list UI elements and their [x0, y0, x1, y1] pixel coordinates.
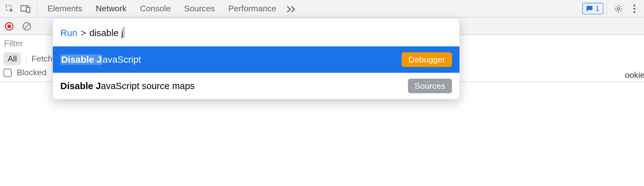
- devtools-tabstrip: Elements Network Console Sources Perform…: [0, 0, 644, 18]
- text-caret: [124, 27, 124, 38]
- inspect-element-icon[interactable]: [2, 0, 18, 17]
- command-palette: Run > disable j Disable JavaScript Debug…: [53, 19, 459, 99]
- svg-point-6: [633, 11, 635, 13]
- divider: [37, 3, 37, 14]
- category-pill: Sources: [408, 79, 452, 93]
- svg-point-3: [617, 7, 620, 10]
- command-result[interactable]: Disable JavaScript source maps Sources: [53, 73, 459, 99]
- issues-count: 1: [595, 4, 599, 13]
- svg-rect-2: [26, 7, 30, 12]
- command-input[interactable]: disable j: [89, 27, 124, 38]
- blocked-label: Blocked: [17, 68, 47, 77]
- result-title: Disable JavaScript source maps: [60, 81, 195, 92]
- command-prompt[interactable]: Run > disable j: [53, 19, 459, 46]
- record-stop-icon[interactable]: [3, 19, 16, 33]
- result-title: Disable JavaScript: [60, 54, 141, 65]
- device-toolbar-icon[interactable]: [18, 0, 34, 17]
- divider: [26, 54, 26, 64]
- tab-console[interactable]: Console: [133, 0, 178, 17]
- command-result[interactable]: Disable JavaScript Debugger: [53, 46, 459, 73]
- filter-chip-fetch[interactable]: Fetch: [31, 54, 53, 64]
- blocked-checkbox[interactable]: [3, 68, 12, 77]
- run-label: Run: [60, 28, 77, 39]
- more-tabs-icon[interactable]: [283, 0, 300, 17]
- svg-rect-8: [8, 24, 11, 28]
- truncated-text: ookie: [625, 70, 644, 80]
- svg-point-4: [633, 4, 635, 6]
- chevron-right-icon: >: [80, 28, 86, 39]
- tab-elements[interactable]: Elements: [41, 0, 89, 17]
- tab-performance[interactable]: Performance: [222, 0, 283, 17]
- tab-network[interactable]: Network: [89, 0, 133, 17]
- category-pill: Debugger: [402, 52, 452, 67]
- message-icon: [586, 5, 593, 12]
- svg-line-10: [24, 24, 29, 29]
- issues-badge[interactable]: 1: [582, 3, 603, 14]
- divider: [607, 3, 607, 14]
- kebab-menu-icon[interactable]: [626, 0, 642, 17]
- svg-point-5: [633, 8, 635, 9]
- filter-chip-all[interactable]: All: [3, 52, 21, 65]
- clear-icon[interactable]: [20, 19, 34, 33]
- tab-sources[interactable]: Sources: [177, 0, 222, 17]
- settings-gear-icon[interactable]: [610, 0, 626, 17]
